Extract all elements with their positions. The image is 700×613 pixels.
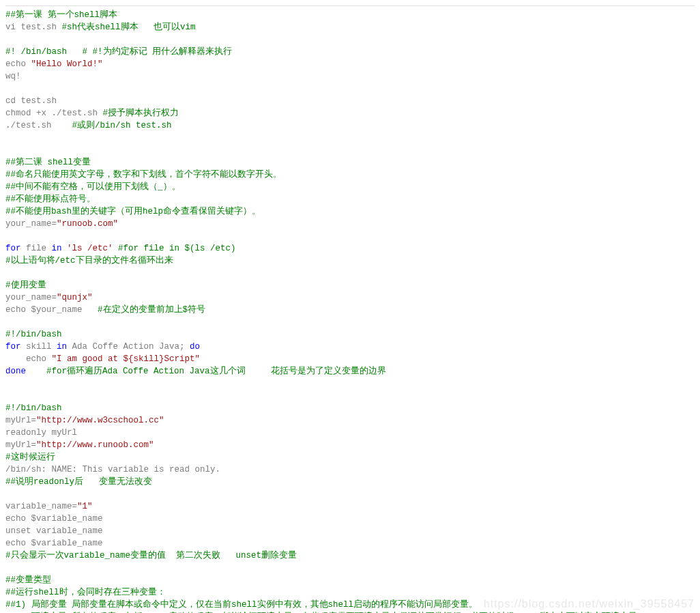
code-token: ##命名只能使用英文字母，数字和下划线，首个字符不能以数字开头。 [5,170,282,180]
code-token: ##变量类型 [5,575,51,585]
code-token: "runoob.com" [57,219,118,229]
code-token: #使用变量 [5,281,46,290]
code-token: ##不能使用标点符号。 [5,195,96,204]
code-token: for [5,342,21,352]
top-divider [5,5,695,6]
code-token: ##第二课 shell变量 [5,158,91,167]
code-token: #这时候运行 [5,453,55,462]
code-token: "I am good at ${skill}Script" [52,354,201,364]
code-token: #! /bin/bash # #!为约定标记 用什么解释器来执行 [5,47,232,57]
code-token: #!/bin/bash [5,403,62,413]
code-token: #!/bin/bash [5,330,62,339]
code-token: #for循环遍历Ada Coffe Action Java这几个词 花括号是为了… [46,367,386,376]
code-token: ##运行shell时，会同时存在三种变量： [5,588,166,597]
code-token: 'ls /etc' [67,244,113,253]
code-token: ##第一课 第一个shell脚本 [5,10,117,20]
code-token: in [57,342,67,352]
code-token: ##说明readonly后 变量无法改变 [5,477,152,487]
code-token: for [5,244,21,253]
code-token: "qunjx" [57,293,93,302]
code-token: #授予脚本执行权力 [103,109,179,118]
code-token: #或则/bin/sh test.sh [72,121,172,130]
code-token: ##中间不能有空格，可以使用下划线（_）。 [5,182,181,192]
code-token: "1" [77,502,93,511]
code-token: do [190,342,200,352]
code-token: ##1) 局部变量 局部变量在脚本或命令中定义，仅在当前shell实例中有效，其… [5,600,478,610]
code-token: "Hello World!" [31,59,103,69]
code-token: in [52,244,62,253]
code-token: #只会显示一次variable_name变量的值 第二次失败 unset删除变量 [5,551,297,560]
code-token: #以上语句将/etc下目录的文件名循环出来 [5,256,173,266]
code-token: #for file in $(ls /etc) [118,244,236,253]
code-token: ##不能使用bash里的关键字（可用help命令查看保留关键字）。 [5,207,261,216]
code-block: ##第一课 第一个shell脚本 vi test.sh #sh代表shell脚本… [5,9,695,613]
code-token: #sh代表shell脚本 也可以vim [62,23,196,32]
code-token: #在定义的变量前加上$符号 [98,305,205,315]
code-token: done [5,367,26,376]
code-token: "http://www.w3cschool.cc" [36,416,164,425]
code-token: "http://www.runoob.com" [36,440,154,450]
